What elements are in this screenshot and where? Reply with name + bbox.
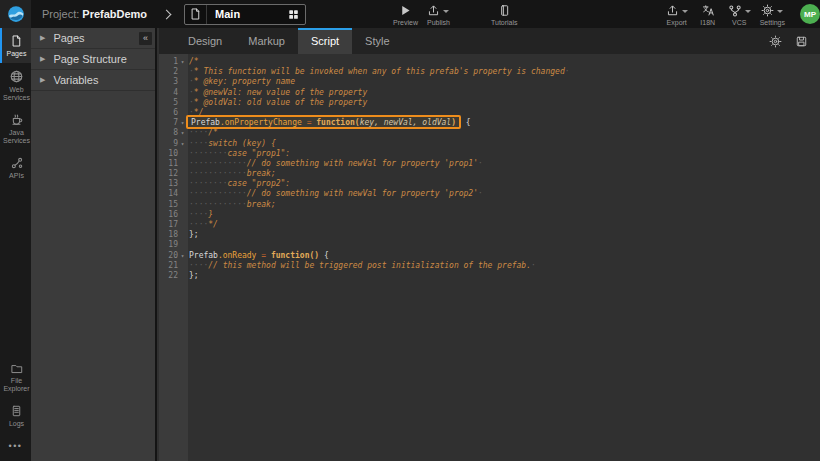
- code-line[interactable]: 19: [159, 240, 820, 250]
- gear-icon: [769, 35, 782, 48]
- sidebar-item-logs[interactable]: Logs: [0, 398, 31, 433]
- panel-section-label: Page Structure: [53, 53, 126, 65]
- export-icon: [666, 4, 679, 17]
- code-line[interactable]: 7▾Prefab.onPropertyChange = function(key…: [159, 118, 820, 128]
- tab-style[interactable]: Style: [352, 28, 402, 54]
- code-text: ············// do something with newVal …: [187, 189, 483, 199]
- code-line[interactable]: 5·* @oldVal: old value of the property: [159, 98, 820, 108]
- sidebar-item-label: File Explorer: [2, 377, 32, 393]
- page-icon: [189, 7, 202, 21]
- sidebar-item-pages[interactable]: Pages: [0, 28, 31, 63]
- app-logo[interactable]: [0, 0, 31, 28]
- line-number: 3: [159, 77, 178, 87]
- code-token-kw: function(): [271, 251, 319, 260]
- fold-toggle-icon[interactable]: ▾: [178, 139, 187, 149]
- code-text: Prefab.onReady = function() {: [187, 251, 329, 261]
- ellipsis-icon: •••: [9, 441, 23, 451]
- branch-icon: [728, 4, 742, 18]
- publish-label: Publish: [427, 19, 450, 26]
- i18n-label: I18N: [700, 19, 715, 26]
- sidebar-item-web-services[interactable]: Web Services: [0, 63, 31, 107]
- grid-icon[interactable]: [281, 8, 305, 21]
- breadcrumb-chevron-icon: [162, 9, 172, 19]
- sidebar-top-items: PagesWeb ServicesJava ServicesAPIs: [0, 28, 31, 185]
- code-token-cm: break;: [247, 200, 276, 209]
- code-line[interactable]: 16····}: [159, 210, 820, 220]
- page-selector-dropdown[interactable]: Main: [184, 4, 306, 25]
- project-name: PrefabDemo: [82, 8, 147, 20]
- save-button[interactable]: [795, 35, 808, 48]
- project-label: Project:: [42, 8, 79, 20]
- wavemaker-logo-icon: [7, 5, 25, 23]
- code-line[interactable]: 2·* This function will be invoked when a…: [159, 67, 820, 77]
- code-token-cm: * This function will be invoked when any…: [194, 67, 565, 76]
- code-line[interactable]: 21····// this method will be triggered p…: [159, 261, 820, 271]
- code-text: };: [187, 230, 199, 240]
- code-text: };: [187, 271, 199, 281]
- vcs-button[interactable]: VCS: [725, 2, 754, 27]
- more-options-button[interactable]: •••: [0, 433, 31, 461]
- code-line[interactable]: 1▾/*: [159, 57, 820, 67]
- coffee-icon: [10, 113, 24, 127]
- code-line[interactable]: 8▾····/*: [159, 128, 820, 138]
- code-token-cm: switch (key) {: [208, 139, 275, 148]
- code-text: ············break;: [187, 200, 276, 210]
- code-line[interactable]: 20▾Prefab.onReady = function() {: [159, 251, 820, 261]
- code-line[interactable]: 17····*/: [159, 220, 820, 230]
- fold-toggle-icon[interactable]: ▾: [178, 128, 187, 138]
- collapse-panel-button[interactable]: «: [139, 32, 152, 45]
- panel-section-page-structure[interactable]: ▶Page Structure: [31, 49, 155, 70]
- code-token-ws: ············: [189, 200, 247, 209]
- sidebar-item-java-services[interactable]: Java Services: [0, 107, 31, 150]
- code-token-cm: * @newVal: new value of the property: [194, 88, 367, 97]
- folder-icon: [10, 362, 24, 375]
- code-line[interactable]: 13········case "prop2":: [159, 179, 820, 189]
- settings-button[interactable]: Settings: [757, 2, 788, 27]
- play-icon: [399, 4, 412, 17]
- script-settings-button[interactable]: [769, 35, 782, 48]
- line-number: 20: [159, 251, 178, 261]
- preview-button[interactable]: Preview: [390, 2, 421, 27]
- panel-sections: ▶Pages▶Page Structure▶Variables: [31, 28, 155, 91]
- code-token-plain: };: [189, 271, 199, 280]
- publish-button[interactable]: Publish: [424, 2, 453, 27]
- tab-script[interactable]: Script: [298, 28, 352, 54]
- code-line[interactable]: 18};: [159, 230, 820, 240]
- fold-toggle-icon[interactable]: ▾: [178, 57, 187, 67]
- code-line[interactable]: 22};: [159, 271, 820, 281]
- fold-toggle-icon[interactable]: ▾: [178, 251, 187, 261]
- line-number: 19: [159, 240, 178, 250]
- sidebar-item-file-explorer[interactable]: File Explorer: [0, 356, 31, 398]
- code-line[interactable]: 14············// do something with newVa…: [159, 189, 820, 199]
- code-token-ws: ·: [478, 189, 483, 198]
- collapse-icon: «: [143, 33, 148, 43]
- expand-arrow-icon: ▶: [40, 55, 45, 63]
- export-button[interactable]: Export: [663, 2, 691, 27]
- code-line[interactable]: 11············// do something with newVa…: [159, 159, 820, 169]
- script-editor[interactable]: 1▾/*2·* This function will be invoked wh…: [159, 54, 820, 461]
- save-icon: [795, 35, 808, 48]
- code-token-kw: function(: [316, 118, 359, 127]
- tutorials-button[interactable]: Tutorials: [488, 2, 521, 27]
- code-text: ············// do something with newVal …: [187, 159, 483, 169]
- settings-iconrow: [761, 4, 783, 18]
- tab-markup[interactable]: Markup: [235, 28, 298, 54]
- code-text: ·* @key: property name: [187, 77, 295, 87]
- panel-section-variables[interactable]: ▶Variables: [31, 70, 155, 91]
- code-line[interactable]: 9▾····switch (key) {: [159, 139, 820, 149]
- code-line[interactable]: 10········case "prop1":: [159, 149, 820, 159]
- code-line[interactable]: 12············break;: [159, 169, 820, 179]
- code-line[interactable]: 4·* @newVal: new value of the property: [159, 88, 820, 98]
- sidebar-item-label: Pages: [2, 50, 32, 58]
- tab-design[interactable]: Design: [175, 28, 235, 54]
- line-number: 10: [159, 149, 178, 159]
- panel-section-pages[interactable]: ▶Pages: [31, 28, 155, 49]
- left-icon-sidebar: PagesWeb ServicesJava ServicesAPIs File …: [0, 28, 31, 461]
- avatar[interactable]: MP: [800, 4, 820, 24]
- i18n-button[interactable]: I18N: [694, 2, 722, 27]
- sidebar-item-apis[interactable]: APIs: [0, 150, 31, 185]
- code-token-kw: ): [451, 118, 456, 127]
- code-line[interactable]: 3·* @key: property name: [159, 77, 820, 87]
- code-text: ············break;: [187, 169, 276, 179]
- code-line[interactable]: 15············break;: [159, 200, 820, 210]
